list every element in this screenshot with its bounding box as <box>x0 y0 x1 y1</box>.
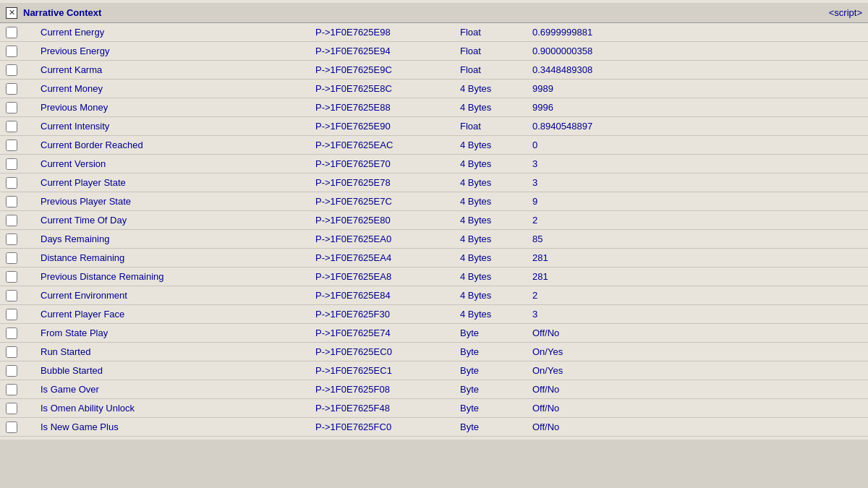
row-checkbox[interactable] <box>6 290 17 301</box>
row-type: Byte <box>460 384 532 395</box>
row-type: 4 Bytes <box>460 234 532 244</box>
row-name: Current Intensity <box>41 121 315 132</box>
row-name: Current Environment <box>41 290 315 301</box>
table-row: Current VersionP->1F0E7625E704 Bytes3 <box>0 155 868 174</box>
row-value: Off/No <box>532 328 862 338</box>
row-value: 0.9000000358 <box>532 46 862 56</box>
row-checkbox[interactable] <box>6 403 17 414</box>
table-row: Is Omen Ability UnlockP->1F0E7625F48Byte… <box>0 399 868 418</box>
row-value: Off/No <box>532 403 862 414</box>
rows-container: Current EnergyP->1F0E7625E98Float0.69999… <box>0 23 868 437</box>
table-row: Bubble StartedP->1F0E7625EC1ByteOn/Yes <box>0 361 868 380</box>
row-address: P->1F0E7625E8C <box>315 83 460 94</box>
row-type: Byte <box>460 403 532 414</box>
row-type: 4 Bytes <box>460 290 532 301</box>
table-row: Current Border ReachedP->1F0E7625EAC4 By… <box>0 136 868 155</box>
row-address: P->1F0E7625E80 <box>315 215 460 226</box>
row-checkbox[interactable] <box>6 234 17 245</box>
row-checkbox[interactable] <box>6 328 17 339</box>
cheat-engine-table: ✕ Narrative Context <script> Current Ene… <box>0 0 868 440</box>
table-row: Current Time Of DayP->1F0E7625E804 Bytes… <box>0 211 868 230</box>
row-name: Previous Energy <box>41 46 315 56</box>
row-address: P->1F0E7625EAC <box>315 140 460 150</box>
row-value: 2 <box>532 215 862 226</box>
row-value: On/Yes <box>532 346 862 357</box>
row-value: 0.8940548897 <box>532 121 862 132</box>
row-checkbox[interactable] <box>6 140 17 151</box>
row-value: 9996 <box>532 102 862 113</box>
table-row: Current KarmaP->1F0E7625E9CFloat0.344848… <box>0 61 868 80</box>
row-address: P->1F0E7625EA4 <box>315 252 460 263</box>
table-row: Current MoneyP->1F0E7625E8C4 Bytes9989 <box>0 80 868 98</box>
table-row: Previous Player StateP->1F0E7625E7C4 Byt… <box>0 192 868 211</box>
row-address: P->1F0E7625E90 <box>315 121 460 132</box>
row-name: Is Game Over <box>41 384 315 395</box>
row-checkbox[interactable] <box>6 121 17 132</box>
row-address: P->1F0E7625E78 <box>315 177 460 188</box>
row-type: Byte <box>460 421 532 432</box>
row-name: Previous Distance Remaining <box>41 271 315 282</box>
row-name: Is Omen Ability Unlock <box>41 403 315 414</box>
table-row: Is New Game PlusP->1F0E7625FC0ByteOff/No <box>0 418 868 437</box>
row-type: Float <box>460 121 532 132</box>
table-row: Current EnvironmentP->1F0E7625E844 Bytes… <box>0 286 868 305</box>
row-name: From State Play <box>41 328 315 338</box>
row-value: 281 <box>532 252 862 263</box>
row-value: 0.6999999881 <box>532 27 862 38</box>
row-value: 9 <box>532 196 862 207</box>
row-name: Current Karma <box>41 64 315 75</box>
row-checkbox[interactable] <box>6 271 17 283</box>
row-address: P->1F0E7625E84 <box>315 290 460 301</box>
row-checkbox[interactable] <box>6 83 17 95</box>
row-address: P->1F0E7625EC1 <box>315 365 460 376</box>
row-value: 0 <box>532 140 862 150</box>
row-type: 4 Bytes <box>460 252 532 263</box>
row-checkbox[interactable] <box>6 102 17 114</box>
row-name: Current Version <box>41 158 315 169</box>
table-row: From State PlayP->1F0E7625E74ByteOff/No <box>0 324 868 343</box>
row-address: P->1F0E7625E94 <box>315 46 460 56</box>
row-address: P->1F0E7625E74 <box>315 328 460 338</box>
row-checkbox[interactable] <box>6 158 17 170</box>
header-checkbox[interactable]: ✕ <box>6 7 17 19</box>
row-checkbox[interactable] <box>6 215 17 226</box>
header-title: Narrative Context <box>23 7 829 18</box>
row-type: Float <box>460 46 532 56</box>
row-name: Current Player State <box>41 177 315 188</box>
header-row: ✕ Narrative Context <script> <box>0 3 868 23</box>
row-checkbox[interactable] <box>6 365 17 377</box>
row-type: Byte <box>460 365 532 376</box>
table-row: Distance RemainingP->1F0E7625EA44 Bytes2… <box>0 249 868 267</box>
row-type: Float <box>460 64 532 75</box>
row-checkbox[interactable] <box>6 196 17 207</box>
row-checkbox[interactable] <box>6 64 17 76</box>
row-checkbox[interactable] <box>6 346 17 358</box>
row-address: P->1F0E7625EC0 <box>315 346 460 357</box>
row-name: Current Energy <box>41 27 315 38</box>
row-type: 4 Bytes <box>460 215 532 226</box>
row-checkbox[interactable] <box>6 27 17 38</box>
row-type: 4 Bytes <box>460 271 532 282</box>
row-checkbox[interactable] <box>6 309 17 320</box>
row-checkbox[interactable] <box>6 384 17 395</box>
row-name: Current Player Face <box>41 309 315 320</box>
row-value: 3 <box>532 309 862 320</box>
row-value: Off/No <box>532 421 862 432</box>
header-script: <script> <box>829 7 862 18</box>
row-value: On/Yes <box>532 365 862 376</box>
row-name: Previous Money <box>41 102 315 113</box>
row-checkbox[interactable] <box>6 252 17 264</box>
row-address: P->1F0E7625F30 <box>315 309 460 320</box>
table-row: Previous EnergyP->1F0E7625E94Float0.9000… <box>0 42 868 61</box>
table-row: Is Game OverP->1F0E7625F08ByteOff/No <box>0 380 868 399</box>
row-checkbox[interactable] <box>6 421 17 433</box>
row-name: Current Border Reached <box>41 140 315 150</box>
row-address: P->1F0E7625EA8 <box>315 271 460 282</box>
row-type: 4 Bytes <box>460 309 532 320</box>
row-checkbox[interactable] <box>6 177 17 189</box>
row-checkbox[interactable] <box>6 46 17 57</box>
row-name: Is New Game Plus <box>41 421 315 432</box>
row-type: 4 Bytes <box>460 158 532 169</box>
table-row: Previous Distance RemainingP->1F0E7625EA… <box>0 267 868 286</box>
row-value: 0.3448489308 <box>532 64 862 75</box>
